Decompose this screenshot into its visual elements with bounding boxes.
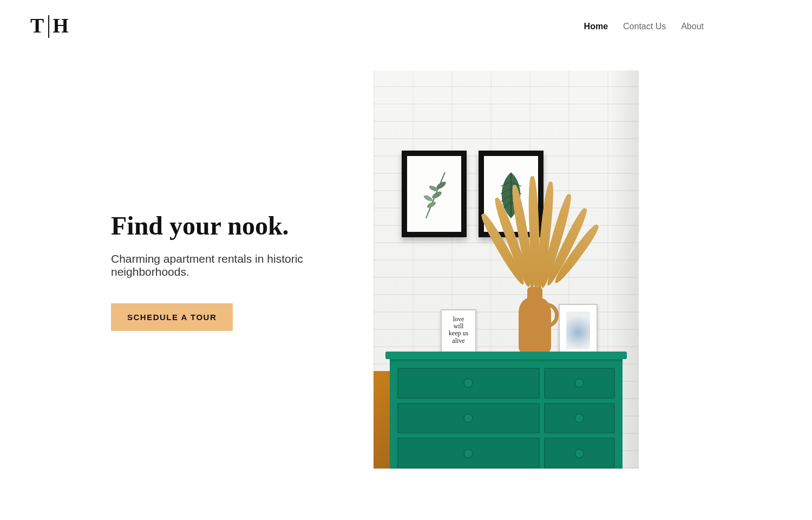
drawer <box>397 403 540 434</box>
drawer <box>544 438 615 469</box>
vase-icon <box>513 284 556 358</box>
tabletop-frame-right <box>559 304 598 357</box>
script-quote: love will keep us alive <box>447 316 470 344</box>
nav-link-home[interactable]: Home <box>584 22 608 31</box>
botanical-sprig-icon <box>407 156 461 232</box>
hero-copy: Find your nook. Charming apartment renta… <box>0 70 374 504</box>
hero-image: love will keep us alive <box>374 70 639 469</box>
primary-nav: Home Contact Us About <box>584 22 780 31</box>
nav-link-contact[interactable]: Contact Us <box>623 22 666 31</box>
drawer <box>397 438 540 469</box>
hero-image-wrap: love will keep us alive <box>374 70 812 504</box>
wall-frame-left <box>402 151 467 237</box>
brand-divider-icon <box>48 15 49 38</box>
hero-title: Find your nook. <box>111 211 374 240</box>
drawer <box>397 368 540 399</box>
pampas-grass-icon <box>476 165 595 290</box>
hero-subtitle: Charming apartment rentals in historic n… <box>111 252 374 278</box>
drawer <box>544 403 615 434</box>
green-dresser <box>390 355 623 469</box>
site-header: T H Home Contact Us About <box>0 0 812 38</box>
nav-link-about[interactable]: About <box>681 22 704 31</box>
watercolor-icon <box>566 311 590 349</box>
tabletop-frame-left: love will keep us alive <box>441 309 476 357</box>
brand-letter-right: H <box>53 15 70 36</box>
brand-logo[interactable]: T H <box>30 15 70 38</box>
drawer <box>544 368 615 399</box>
svg-point-3 <box>423 194 434 203</box>
hero-section: Find your nook. Charming apartment renta… <box>0 38 812 504</box>
schedule-tour-button[interactable]: SCHEDULE A TOUR <box>111 303 233 331</box>
brand-letter-left: T <box>30 15 45 36</box>
svg-point-0 <box>426 200 437 209</box>
